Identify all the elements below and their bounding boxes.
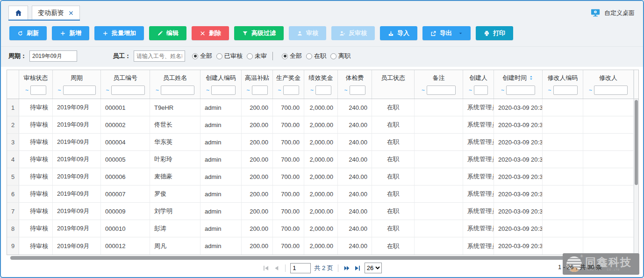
column-header-modifier_code[interactable]: 修改人编码~ [543, 70, 583, 99]
column-header-emp_name[interactable]: 员工姓名~ [150, 70, 200, 99]
first-page-button[interactable] [262, 264, 270, 272]
column-filter-creator[interactable] [474, 86, 488, 95]
tilde-label: ~ [278, 87, 281, 93]
toolbar-button-edit[interactable]: 编辑 [149, 26, 186, 40]
column-header-performance_bonus[interactable]: 绩效奖金~ [304, 70, 338, 99]
toolbar-button-refresh[interactable]: 刷新 [9, 26, 47, 40]
pagination: 共 2 页 26 [1, 263, 643, 273]
tab-home[interactable] [8, 6, 28, 20]
toolbar-button-delete[interactable]: 删除 [192, 26, 229, 40]
vertical-scrollbar[interactable] [634, 70, 638, 255]
cell-production_bonus: 700.00 [273, 168, 304, 185]
column-filter-modifier[interactable] [594, 86, 628, 95]
cell-checkup_fee: 240.00 [338, 237, 372, 255]
column-header-high_temp_allowance[interactable]: 高温补贴~ [242, 70, 273, 99]
column-header-remark[interactable]: 备注~ [415, 70, 463, 99]
radio-employee-state-全部[interactable]: 全部 [282, 52, 302, 60]
grid-body: 1待审核2019年09月000001T9eHRadmin200.00700.00… [7, 99, 634, 255]
employee-search-input[interactable] [134, 50, 185, 62]
column-filter-emp_name[interactable] [161, 86, 194, 95]
column-header-audit_status[interactable]: 审核状态~ [19, 70, 53, 99]
column-header-creator_code[interactable]: 创建人编码~ [200, 70, 242, 99]
next-page-button[interactable] [343, 264, 351, 272]
column-filter-remark[interactable] [427, 86, 456, 95]
radio-employee-state-离职[interactable]: 离职 [330, 52, 351, 60]
cell-modifier [583, 151, 634, 168]
table-row[interactable]: 3待审核2019年09月000004华东英admin200.00700.002,… [7, 134, 634, 151]
toolbar-button-advanced-filter[interactable]: 高级过滤 [234, 26, 284, 40]
table-row[interactable]: 6待审核2019年09月000007罗俊admin200.00700.002,0… [7, 185, 634, 203]
cell-production_bonus: 700.00 [273, 220, 304, 237]
row-number: 6 [7, 185, 19, 202]
funnel-icon [242, 30, 248, 36]
column-header-period[interactable]: 周期~ [53, 70, 101, 99]
cell-creator_code: admin [200, 116, 242, 133]
column-filter-period[interactable] [63, 86, 96, 95]
toolbar-button-import[interactable]: 导入 [380, 26, 417, 40]
cell-emp_no: 000001 [101, 99, 150, 116]
column-filter-production_bonus[interactable] [283, 86, 299, 95]
vertical-scrollbar-thumb[interactable] [635, 100, 638, 185]
tilde-label: ~ [344, 87, 347, 93]
radio-employee-state-在职[interactable]: 在职 [306, 52, 326, 60]
cell-performance_bonus: 2,000.00 [304, 185, 338, 202]
customize-desktop-button[interactable]: 自定义桌面 [590, 8, 635, 17]
column-filter-high_temp_allowance[interactable] [252, 86, 268, 95]
table-row[interactable]: 2待审核2019年09月000002佟世长admin200.00700.002,… [7, 116, 634, 134]
period-input[interactable] [29, 50, 77, 62]
cell-period: 2019年09月 [53, 237, 101, 255]
column-header-creator[interactable]: 创建人~ [463, 70, 494, 99]
tilde-label: ~ [25, 87, 29, 93]
close-tab-icon[interactable] [68, 10, 74, 16]
toolbar-button-audit[interactable]: 审核 [289, 26, 326, 40]
toolbar-button-print[interactable]: 打印 [476, 26, 513, 40]
close-icon [200, 30, 206, 36]
page-size-select[interactable]: 26 [365, 263, 382, 273]
column-header-emp_status[interactable]: 员工状态 [372, 70, 415, 99]
column-filter-performance_bonus[interactable] [315, 86, 331, 95]
sort-icon[interactable] [529, 75, 534, 80]
column-header-emp_no[interactable]: 员工编号~ [101, 70, 150, 99]
toolbar-button-add[interactable]: 新增 [52, 26, 89, 40]
row-number: 9 [7, 237, 19, 255]
toolbar-button-batch-add[interactable]: 批量增加 [94, 26, 144, 40]
horizontal-scrollbar-thumb[interactable] [10, 256, 632, 260]
column-header-production_bonus[interactable]: 生产奖金~ [273, 70, 304, 99]
column-filter-emp_no[interactable] [111, 86, 145, 95]
table-row[interactable]: 8待审核2019年09月000010彭涛admin200.00700.002,0… [7, 220, 634, 237]
cell-high_temp_allowance: 200.00 [242, 168, 273, 185]
column-filter-checkup_fee[interactable] [350, 86, 365, 95]
toolbar-button-export[interactable]: 导出 [422, 26, 471, 40]
column-filter-audit_status[interactable] [30, 86, 46, 95]
column-filter-modifier_code[interactable] [553, 86, 578, 95]
radio-audit-state-未审[interactable]: 未审 [247, 52, 267, 60]
column-filter-creator_code[interactable] [211, 86, 236, 95]
caret-down-icon[interactable] [458, 31, 463, 36]
cell-modifier [583, 237, 634, 255]
page-number-input[interactable] [290, 263, 311, 273]
cell-create_time: 2020-03-09 20:3 [494, 220, 543, 237]
cell-modifier_code [543, 237, 583, 255]
toolbar-button-reverse-audit[interactable]: 反审核 [331, 26, 375, 40]
prev-page-button[interactable] [273, 264, 280, 272]
cell-audit_status: 待审核 [19, 151, 53, 168]
last-page-button[interactable] [354, 264, 361, 272]
period-label: 周期： [8, 52, 27, 60]
column-header-checkup_fee[interactable]: 体检费~ [338, 70, 372, 99]
table-row[interactable]: 5待审核2019年09月000006麦德豪admin200.00700.002,… [7, 168, 634, 185]
tab-changed-salary[interactable]: 变动薪资 [32, 6, 80, 20]
table-row[interactable]: 4待审核2019年09月000005叶彩玲admin200.00700.002,… [7, 151, 634, 168]
column-header-modifier[interactable]: 修改人~ [583, 70, 634, 99]
table-row[interactable]: 1待审核2019年09月000001T9eHRadmin200.00700.00… [7, 99, 634, 116]
grid-header: 审核状态~周期~员工编号~员工姓名~创建人编码~高温补贴~生产奖金~绩效奖金~体… [7, 70, 634, 99]
column-filter-create_time[interactable] [506, 86, 535, 95]
row-number: 1 [7, 99, 19, 116]
cell-emp_status: 在职 [372, 237, 415, 255]
radio-audit-state-全部[interactable]: 全部 [192, 52, 212, 60]
audit-state-radio-group: 全部已审核未审 [188, 52, 267, 60]
table-row[interactable]: 7待审核2019年09月000009刘学明admin200.00700.002,… [7, 203, 634, 220]
radio-audit-state-已审核[interactable]: 已审核 [216, 52, 243, 60]
column-header-create_time[interactable]: 创建时间~ [494, 70, 543, 99]
cell-modifier_code [543, 99, 583, 116]
table-row[interactable]: 9待审核2019年09月000012周凡admin200.00700.002,0… [7, 237, 634, 255]
